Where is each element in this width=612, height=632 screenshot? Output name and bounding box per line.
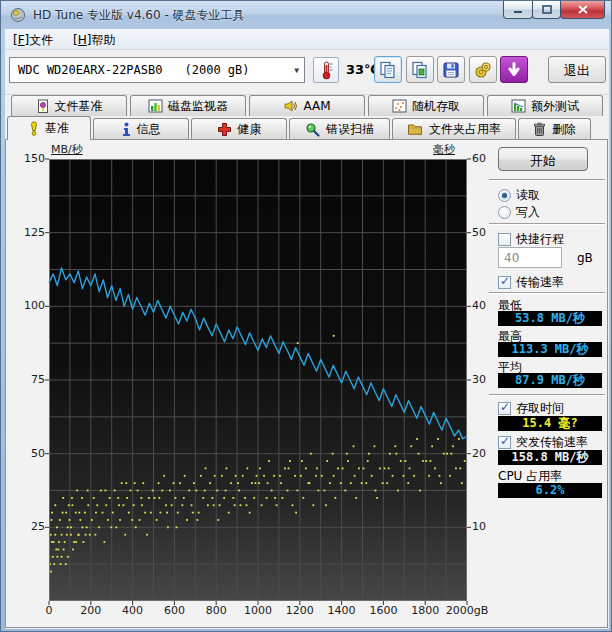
separator: [489, 394, 605, 396]
exit-button[interactable]: 退出: [548, 56, 606, 83]
benchmark-chart: [41, 153, 477, 609]
min-value: 53.8 MB/秒: [498, 311, 602, 326]
avg-value: 87.9 MB/秒: [498, 373, 602, 388]
tab-label: 信息: [137, 121, 161, 138]
app-logo-icon: [10, 7, 26, 23]
short-stroke-unit: gB: [577, 251, 593, 265]
window-title: HD Tune 专业版 v4.60 - 硬盘专业工具: [33, 7, 245, 24]
tab-error-scan[interactable]: 错误扫描: [289, 118, 390, 139]
save-icon: [441, 60, 461, 80]
temperature-button[interactable]: [313, 57, 339, 83]
folder-usage-icon: [407, 122, 423, 136]
drive-select[interactable]: WDC WD20EARX-22PASB0 (2000 gB) ▼: [9, 57, 305, 83]
benchmark-icon: [29, 121, 39, 136]
write-radio-row[interactable]: 写入: [498, 204, 540, 220]
chart-grid: [49, 159, 467, 601]
chevron-down-icon: ▼: [294, 66, 299, 75]
tab-random-access[interactable]: 随机存取: [368, 95, 484, 116]
separator: [489, 292, 605, 294]
tab-row-secondary: 文件基准 磁盘监视器 AAM: [11, 95, 603, 116]
access-time-label: 存取时间: [516, 400, 564, 417]
file-benchmark-icon: [36, 99, 50, 114]
tab-label: 文件夹占用率: [429, 121, 501, 138]
close-button[interactable]: [560, 1, 605, 19]
copy-icon: [378, 60, 398, 80]
tab-label: 删除: [552, 121, 576, 138]
titlebar: HD Tune 专业版 v4.60 - 硬盘专业工具: [1, 1, 612, 29]
read-label: 读取: [516, 187, 540, 204]
short-stroke-row[interactable]: 快捷行程: [498, 231, 564, 247]
access-time-checkbox[interactable]: [498, 402, 511, 415]
axis-tick-label: 2000gB: [437, 604, 497, 617]
tab-delete[interactable]: 删除: [518, 118, 591, 139]
separator: [489, 223, 605, 225]
drive-model: WDC WD20EARX-22PASB0: [18, 63, 163, 77]
aam-icon: [283, 99, 298, 113]
options-button[interactable]: [469, 56, 497, 83]
short-stroke-spinner[interactable]: 40 ▲ ▼: [498, 247, 562, 268]
download-arrow-icon: [505, 61, 523, 79]
tab-label: 文件基准: [55, 98, 103, 115]
menu-file[interactable]: [F]文件: [5, 29, 61, 50]
read-radio-row[interactable]: 读取: [498, 187, 540, 203]
access-time-row[interactable]: 存取时间: [498, 400, 564, 416]
tab-info[interactable]: 信息: [93, 118, 189, 139]
info-icon: [122, 122, 131, 137]
burst-rate-row[interactable]: 突发传输速率: [498, 434, 588, 450]
write-label: 写入: [516, 204, 540, 221]
delete-icon: [533, 122, 546, 137]
burst-rate-label: 突发传输速率: [516, 434, 588, 451]
burst-rate-checkbox[interactable]: [498, 436, 511, 449]
transfer-rate-label: 传输速率: [516, 274, 564, 291]
short-stroke-checkbox[interactable]: [498, 233, 511, 246]
transfer-rate-checkbox[interactable]: [498, 276, 511, 289]
copy-image-icon: [410, 60, 430, 80]
axis-tick-label: 10: [472, 520, 502, 533]
burst-rate-value: 158.8 MB/秒: [498, 450, 602, 465]
disk-monitor-icon: [148, 99, 163, 113]
app-window: HD Tune 专业版 v4.60 - 硬盘专业工具 [F]文件 [H]帮助 W…: [0, 0, 612, 632]
tab-label: 额外测试: [531, 98, 579, 115]
tab-folder-usage[interactable]: 文件夹占用率: [392, 118, 516, 139]
health-icon: [217, 122, 232, 137]
tab-file-benchmark[interactable]: 文件基准: [11, 95, 127, 116]
tab-health[interactable]: 健康: [191, 118, 287, 139]
tab-label: 错误扫描: [326, 121, 374, 138]
update-button[interactable]: [500, 56, 528, 83]
tab-extra-tests[interactable]: 额外测试: [487, 95, 603, 116]
short-stroke-value: 40: [504, 251, 519, 265]
maximize-button[interactable]: [532, 1, 561, 19]
copy-image-button[interactable]: [406, 56, 434, 83]
axis-tick-label: 75: [19, 373, 45, 386]
random-access-icon: [392, 99, 407, 113]
short-stroke-label: 快捷行程: [516, 231, 564, 248]
drive-capacity: (2000 gB): [185, 63, 250, 77]
start-button[interactable]: 开始: [498, 147, 588, 171]
tab-label: AAM: [303, 99, 330, 113]
start-label: 开始: [530, 153, 556, 168]
menubar: [F]文件 [H]帮助: [5, 29, 609, 50]
tab-benchmark[interactable]: 基准: [7, 116, 91, 140]
max-value: 113.3 MB/秒: [498, 342, 602, 357]
thermometer-icon: [314, 58, 338, 82]
save-button[interactable]: [437, 56, 465, 83]
extra-tests-icon: [511, 99, 526, 113]
error-scan-icon: [305, 122, 320, 137]
separator: [489, 179, 605, 181]
options-icon: [473, 60, 493, 80]
axis-tick-label: 50: [19, 447, 45, 460]
menu-help[interactable]: [H]帮助: [65, 29, 123, 50]
transfer-rate-row[interactable]: 传输速率: [498, 274, 564, 290]
copy-button[interactable]: [374, 56, 402, 83]
tab-disk-monitor[interactable]: 磁盘监视器: [130, 95, 246, 116]
tab-label: 健康: [238, 121, 262, 138]
axis-tick-label: 25: [19, 520, 45, 533]
minimize-button[interactable]: [503, 1, 533, 19]
write-radio[interactable]: [498, 206, 511, 219]
cpu-value: 6.2%: [498, 483, 602, 498]
tab-label: 磁盘监视器: [168, 98, 228, 115]
tab-row-main: 基准 信息 健康 错误扫描: [7, 116, 607, 139]
tab-aam[interactable]: AAM: [249, 95, 365, 116]
toolbar: WDC WD20EARX-22PASB0 (2000 gB) ▼ 33℃: [5, 50, 609, 95]
read-radio[interactable]: [498, 189, 511, 202]
